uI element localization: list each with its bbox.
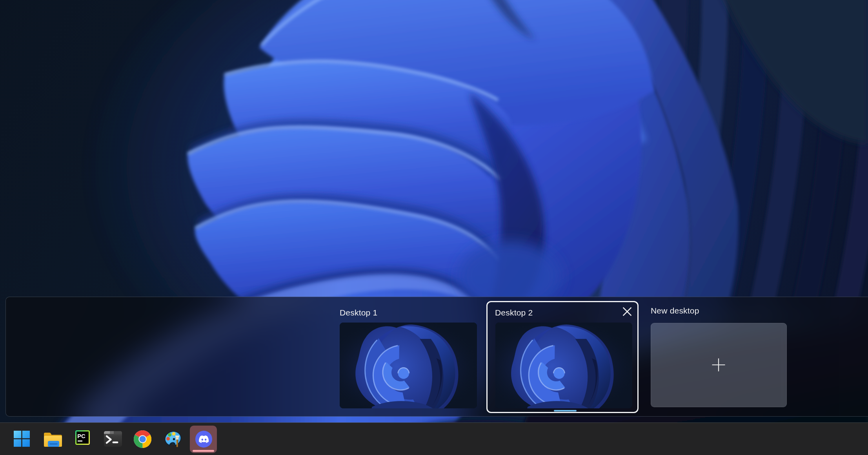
svg-text:PC: PC [77,433,86,439]
